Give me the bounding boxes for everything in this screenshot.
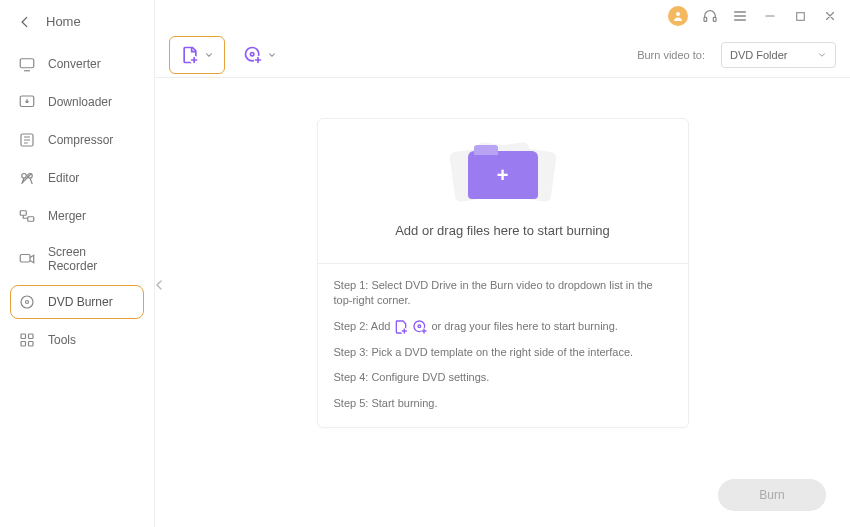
back-icon[interactable] [18,15,32,29]
burn-to-select[interactable]: DVD Folder [721,42,836,68]
content: + Add or drag files here to start burnin… [155,78,850,527]
add-file-icon [180,45,200,65]
close-icon[interactable] [822,8,838,24]
step-5: Step 5: Start burning. [334,396,672,411]
downloader-icon [18,93,36,111]
svg-rect-6 [28,217,34,222]
compressor-icon [18,131,36,149]
minimize-icon[interactable] [762,8,778,24]
sidebar-item-label: Editor [48,171,79,185]
maximize-icon[interactable] [792,8,808,24]
svg-rect-17 [796,12,804,20]
chevron-down-icon [204,50,214,60]
tools-icon [18,331,36,349]
add-file-button[interactable] [169,36,225,74]
svg-rect-7 [20,255,30,263]
sidebar-item-editor[interactable]: Editor [10,161,144,195]
sidebar-item-dvd-burner[interactable]: DVD Burner [10,285,144,319]
chevron-down-icon [817,50,827,60]
sidebar-items: Converter Downloader Compressor Editor M… [0,41,154,363]
burn-button[interactable]: Burn [718,479,826,511]
sidebar-item-downloader[interactable]: Downloader [10,85,144,119]
sidebar-item-screen-recorder[interactable]: Screen Recorder [10,237,144,281]
step-1: Step 1: Select DVD Drive in the Burn vid… [334,278,672,309]
headphones-icon[interactable] [702,8,718,24]
titlebar [155,0,850,32]
sidebar-item-label: Converter [48,57,101,71]
svg-rect-10 [21,334,26,339]
sidebar-item-label: Merger [48,209,86,223]
screen-recorder-icon [18,250,36,268]
main: Burn video to: DVD Folder + Add or drag … [155,0,850,527]
footer: Burn [718,479,826,511]
menu-icon[interactable] [732,8,748,24]
svg-rect-13 [29,342,34,347]
add-disc-icon [412,319,428,335]
add-disc-button[interactable] [235,39,285,71]
svg-point-20 [251,52,254,55]
svg-rect-12 [21,342,26,347]
drop-panel: + Add or drag files here to start burnin… [317,118,689,428]
sidebar-item-label: Tools [48,333,76,347]
sidebar-item-label: Screen Recorder [48,245,136,273]
dvd-burner-icon [18,293,36,311]
editor-icon [18,169,36,187]
add-file-icon [393,319,409,335]
step-3: Step 3: Pick a DVD template on the right… [334,345,672,360]
chevron-down-icon [267,50,277,60]
svg-point-9 [26,301,29,304]
svg-point-14 [676,12,680,16]
burn-to-label: Burn video to: [637,49,705,61]
burn-to-value: DVD Folder [730,49,787,61]
drop-text: Add or drag files here to start burning [395,223,610,238]
sidebar-item-label: Downloader [48,95,112,109]
toolbar: Burn video to: DVD Folder [155,32,850,78]
step-2: Step 2: Add or drag your files here to s… [334,319,672,335]
add-disc-icon [243,45,263,65]
svg-rect-11 [29,334,34,339]
sidebar-item-label: Compressor [48,133,113,147]
svg-rect-0 [20,59,34,68]
converter-icon [18,55,36,73]
sidebar-item-tools[interactable]: Tools [10,323,144,357]
svg-rect-15 [704,17,707,21]
svg-rect-16 [713,17,716,21]
steps: Step 1: Select DVD Drive in the Burn vid… [318,264,688,427]
svg-point-8 [21,296,33,308]
svg-point-3 [22,174,27,179]
sidebar-item-merger[interactable]: Merger [10,199,144,233]
sidebar-item-compressor[interactable]: Compressor [10,123,144,157]
svg-rect-5 [20,211,26,216]
sidebar: Home Converter Downloader Compressor Edi… [0,0,155,527]
svg-point-24 [418,325,421,328]
drop-zone[interactable]: + Add or drag files here to start burnin… [318,119,688,264]
merger-icon [18,207,36,225]
user-avatar-icon[interactable] [668,6,688,26]
sidebar-title: Home [46,14,81,29]
sidebar-header: Home [0,0,154,41]
step-4: Step 4: Configure DVD settings. [334,370,672,385]
sidebar-item-converter[interactable]: Converter [10,47,144,81]
sidebar-item-label: DVD Burner [48,295,113,309]
folder-plus-icon: + [458,145,548,205]
